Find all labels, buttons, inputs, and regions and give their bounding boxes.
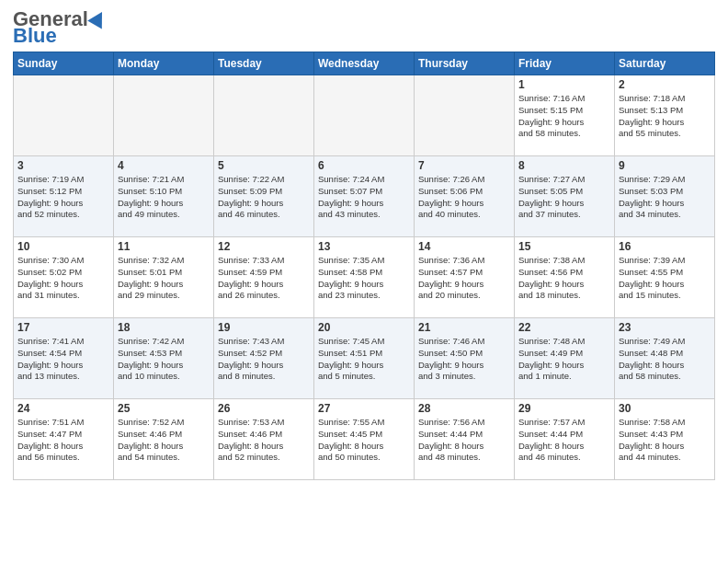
calendar-cell: 12Sunrise: 7:33 AMSunset: 4:59 PMDayligh…: [214, 237, 314, 318]
calendar-cell: 24Sunrise: 7:51 AMSunset: 4:47 PMDayligh…: [14, 399, 114, 480]
day-info: Sunrise: 7:21 AMSunset: 5:10 PMDaylight:…: [118, 174, 210, 221]
calendar-cell: [415, 75, 515, 156]
calendar-cell: 11Sunrise: 7:32 AMSunset: 5:01 PMDayligh…: [114, 237, 214, 318]
calendar-cell: [314, 75, 415, 156]
weekday-header-row: SundayMondayTuesdayWednesdayThursdayFrid…: [14, 52, 715, 75]
calendar-cell: 6Sunrise: 7:24 AMSunset: 5:07 PMDaylight…: [314, 156, 415, 237]
day-number: 10: [17, 240, 109, 253]
day-number: 26: [218, 402, 310, 415]
day-info: Sunrise: 7:39 AMSunset: 4:55 PMDaylight:…: [619, 255, 711, 302]
calendar-cell: 29Sunrise: 7:57 AMSunset: 4:44 PMDayligh…: [515, 399, 615, 480]
weekday-header-saturday: Saturday: [615, 52, 715, 75]
day-number: 17: [17, 321, 109, 334]
calendar-cell: 4Sunrise: 7:21 AMSunset: 5:10 PMDaylight…: [114, 156, 214, 237]
day-number: 3: [17, 159, 109, 172]
day-info: Sunrise: 7:41 AMSunset: 4:54 PMDaylight:…: [17, 336, 109, 383]
day-number: 30: [619, 402, 711, 415]
day-number: 24: [17, 402, 109, 415]
week-row-3: 10Sunrise: 7:30 AMSunset: 5:02 PMDayligh…: [14, 237, 715, 318]
week-row-4: 17Sunrise: 7:41 AMSunset: 4:54 PMDayligh…: [14, 318, 715, 399]
day-number: 2: [619, 78, 711, 91]
weekday-header-friday: Friday: [515, 52, 615, 75]
week-row-1: 1Sunrise: 7:16 AMSunset: 5:15 PMDaylight…: [14, 75, 715, 156]
week-row-2: 3Sunrise: 7:19 AMSunset: 5:12 PMDaylight…: [14, 156, 715, 237]
day-number: 15: [518, 240, 610, 253]
day-info: Sunrise: 7:16 AMSunset: 5:15 PMDaylight:…: [518, 93, 610, 140]
day-info: Sunrise: 7:27 AMSunset: 5:05 PMDaylight:…: [518, 174, 610, 221]
calendar-cell: 2Sunrise: 7:18 AMSunset: 5:13 PMDaylight…: [615, 75, 715, 156]
day-number: 29: [518, 402, 610, 415]
calendar-cell: 9Sunrise: 7:29 AMSunset: 5:03 PMDaylight…: [615, 156, 715, 237]
day-number: 23: [619, 321, 711, 334]
calendar-cell: 22Sunrise: 7:48 AMSunset: 4:49 PMDayligh…: [515, 318, 615, 399]
weekday-header-sunday: Sunday: [14, 52, 114, 75]
calendar-cell: 30Sunrise: 7:58 AMSunset: 4:43 PMDayligh…: [615, 399, 715, 480]
logo-triangle-icon: [87, 8, 109, 29]
day-info: Sunrise: 7:19 AMSunset: 5:12 PMDaylight:…: [17, 174, 109, 221]
day-number: 9: [619, 159, 711, 172]
day-info: Sunrise: 7:51 AMSunset: 4:47 PMDaylight:…: [17, 417, 109, 464]
day-info: Sunrise: 7:52 AMSunset: 4:46 PMDaylight:…: [118, 417, 210, 464]
calendar-cell: 16Sunrise: 7:39 AMSunset: 4:55 PMDayligh…: [615, 237, 715, 318]
day-info: Sunrise: 7:29 AMSunset: 5:03 PMDaylight:…: [619, 174, 711, 221]
calendar-cell: 8Sunrise: 7:27 AMSunset: 5:05 PMDaylight…: [515, 156, 615, 237]
day-info: Sunrise: 7:35 AMSunset: 4:58 PMDaylight:…: [318, 255, 410, 302]
calendar-cell: 13Sunrise: 7:35 AMSunset: 4:58 PMDayligh…: [314, 237, 415, 318]
logo-blue: Blue: [13, 26, 57, 46]
calendar-cell: 5Sunrise: 7:22 AMSunset: 5:09 PMDaylight…: [214, 156, 314, 237]
header: General Blue: [13, 9, 715, 46]
weekday-header-tuesday: Tuesday: [214, 52, 314, 75]
weekday-header-thursday: Thursday: [415, 52, 515, 75]
day-number: 13: [318, 240, 410, 253]
calendar-cell: [14, 75, 114, 156]
day-info: Sunrise: 7:33 AMSunset: 4:59 PMDaylight:…: [218, 255, 310, 302]
day-info: Sunrise: 7:42 AMSunset: 4:53 PMDaylight:…: [118, 336, 210, 383]
day-info: Sunrise: 7:26 AMSunset: 5:06 PMDaylight:…: [418, 174, 510, 221]
calendar-cell: 10Sunrise: 7:30 AMSunset: 5:02 PMDayligh…: [14, 237, 114, 318]
day-number: 18: [118, 321, 210, 334]
day-number: 12: [218, 240, 310, 253]
calendar-cell: 21Sunrise: 7:46 AMSunset: 4:50 PMDayligh…: [415, 318, 515, 399]
calendar-cell: 19Sunrise: 7:43 AMSunset: 4:52 PMDayligh…: [214, 318, 314, 399]
day-number: 20: [318, 321, 410, 334]
day-number: 21: [418, 321, 510, 334]
calendar-cell: 7Sunrise: 7:26 AMSunset: 5:06 PMDaylight…: [415, 156, 515, 237]
calendar-cell: 20Sunrise: 7:45 AMSunset: 4:51 PMDayligh…: [314, 318, 415, 399]
calendar-cell: 18Sunrise: 7:42 AMSunset: 4:53 PMDayligh…: [114, 318, 214, 399]
day-info: Sunrise: 7:43 AMSunset: 4:52 PMDaylight:…: [218, 336, 310, 383]
calendar-cell: 26Sunrise: 7:53 AMSunset: 4:46 PMDayligh…: [214, 399, 314, 480]
day-info: Sunrise: 7:24 AMSunset: 5:07 PMDaylight:…: [318, 174, 410, 221]
day-number: 8: [518, 159, 610, 172]
calendar-cell: 1Sunrise: 7:16 AMSunset: 5:15 PMDaylight…: [515, 75, 615, 156]
day-number: 19: [218, 321, 310, 334]
day-info: Sunrise: 7:56 AMSunset: 4:44 PMDaylight:…: [418, 417, 510, 464]
day-info: Sunrise: 7:55 AMSunset: 4:45 PMDaylight:…: [318, 417, 410, 464]
calendar-cell: 14Sunrise: 7:36 AMSunset: 4:57 PMDayligh…: [415, 237, 515, 318]
day-info: Sunrise: 7:36 AMSunset: 4:57 PMDaylight:…: [418, 255, 510, 302]
day-number: 5: [218, 159, 310, 172]
day-number: 22: [518, 321, 610, 334]
calendar-cell: 15Sunrise: 7:38 AMSunset: 4:56 PMDayligh…: [515, 237, 615, 318]
day-number: 11: [118, 240, 210, 253]
weekday-header-monday: Monday: [114, 52, 214, 75]
day-info: Sunrise: 7:30 AMSunset: 5:02 PMDaylight:…: [17, 255, 109, 302]
weekday-header-wednesday: Wednesday: [314, 52, 415, 75]
day-info: Sunrise: 7:49 AMSunset: 4:48 PMDaylight:…: [619, 336, 711, 383]
day-number: 6: [318, 159, 410, 172]
logo: General Blue: [13, 9, 107, 46]
calendar-cell: 17Sunrise: 7:41 AMSunset: 4:54 PMDayligh…: [14, 318, 114, 399]
calendar-cell: 27Sunrise: 7:55 AMSunset: 4:45 PMDayligh…: [314, 399, 415, 480]
day-number: 14: [418, 240, 510, 253]
day-number: 16: [619, 240, 711, 253]
day-info: Sunrise: 7:46 AMSunset: 4:50 PMDaylight:…: [418, 336, 510, 383]
day-info: Sunrise: 7:53 AMSunset: 4:46 PMDaylight:…: [218, 417, 310, 464]
week-row-5: 24Sunrise: 7:51 AMSunset: 4:47 PMDayligh…: [14, 399, 715, 480]
calendar-table: SundayMondayTuesdayWednesdayThursdayFrid…: [13, 52, 715, 480]
day-info: Sunrise: 7:32 AMSunset: 5:01 PMDaylight:…: [118, 255, 210, 302]
day-number: 4: [118, 159, 210, 172]
day-info: Sunrise: 7:57 AMSunset: 4:44 PMDaylight:…: [518, 417, 610, 464]
day-info: Sunrise: 7:58 AMSunset: 4:43 PMDaylight:…: [619, 417, 711, 464]
day-number: 1: [518, 78, 610, 91]
day-info: Sunrise: 7:18 AMSunset: 5:13 PMDaylight:…: [619, 93, 711, 140]
calendar-cell: [214, 75, 314, 156]
